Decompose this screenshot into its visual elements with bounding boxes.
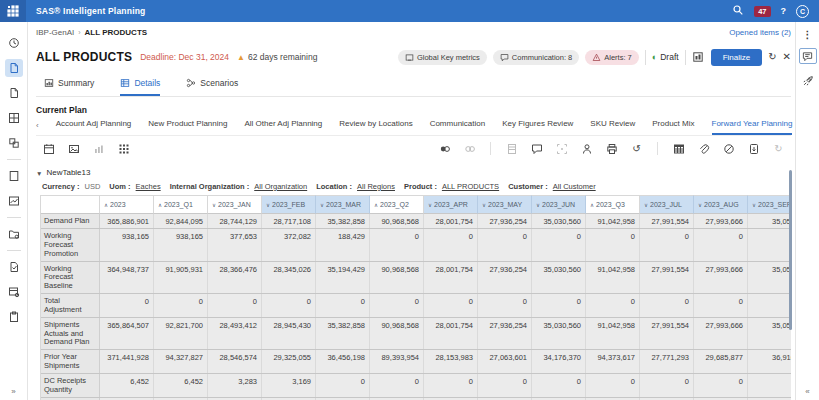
- grid-cell[interactable]: 28,001,754: [424, 262, 478, 294]
- column-header-2023_feb[interactable]: ∨2023_FEB: [262, 195, 316, 214]
- grid-cell[interactable]: 89,393,954: [370, 350, 424, 373]
- undo-icon[interactable]: ↺: [630, 142, 643, 155]
- grid-cell[interactable]: 27,936,254: [478, 214, 532, 228]
- grid-cell[interactable]: 0: [694, 374, 748, 397]
- filter-value[interactable]: All Organization: [254, 182, 307, 191]
- table-view-icon[interactable]: [672, 142, 685, 155]
- grid-cell[interactable]: 28,366,476: [208, 262, 262, 294]
- grid-cell[interactable]: 0: [694, 229, 748, 261]
- grid-cell[interactable]: 91,905,931: [154, 262, 208, 294]
- subtab-product-mix[interactable]: Product Mix: [652, 115, 694, 135]
- grid-cell[interactable]: 94,327,827: [154, 350, 208, 373]
- sidebar-item-page[interactable]: [5, 167, 23, 185]
- grid-cell[interactable]: 0: [640, 374, 694, 397]
- tab-details[interactable]: Details: [120, 78, 160, 96]
- bar-chart-icon[interactable]: [92, 142, 105, 155]
- grid-cell[interactable]: 0: [316, 294, 370, 317]
- person-icon[interactable]: [580, 142, 593, 155]
- grid-cell[interactable]: [748, 229, 791, 261]
- grid-cell[interactable]: 0: [586, 294, 640, 317]
- user-avatar-icon[interactable]: C: [796, 5, 809, 18]
- grid-cell[interactable]: 28,744,129: [208, 214, 262, 228]
- grid-cell[interactable]: 28,001,754: [424, 318, 478, 350]
- sidebar-item-objects[interactable]: [5, 134, 23, 152]
- app-launcher-icon[interactable]: [0, 0, 26, 22]
- grid-cell[interactable]: 27,991,554: [640, 262, 694, 294]
- export-data-icon[interactable]: [747, 142, 760, 155]
- sidebar-item-document[interactable]: [5, 84, 23, 102]
- grid-cell[interactable]: 94,373,617: [586, 350, 640, 373]
- grid-cell[interactable]: 372,082: [262, 229, 316, 261]
- subtabs-scroll-left-icon[interactable]: ‹: [36, 121, 39, 130]
- finalize-button[interactable]: Finalize: [711, 49, 763, 66]
- column-header-2023[interactable]: ∧2023: [100, 195, 154, 214]
- filter-value[interactable]: All Customer: [553, 182, 596, 191]
- grid-cell[interactable]: 0: [640, 229, 694, 261]
- column-header-2023_q3[interactable]: ∧2023_Q3: [586, 195, 640, 214]
- column-header-2023_jun[interactable]: ∨2023_JUN: [532, 195, 586, 214]
- grid-cell[interactable]: 365,864,507: [100, 318, 154, 350]
- filter-value[interactable]: Eaches: [136, 182, 161, 191]
- grid-cell[interactable]: 27,991,554: [640, 214, 694, 228]
- grid-cell[interactable]: 36,456,198: [316, 350, 370, 373]
- column-header-2023_jul[interactable]: ∨2023_JUL: [640, 195, 694, 214]
- column-header-2023_mar[interactable]: ∨2023_MAR: [316, 195, 370, 214]
- vertical-scrollbar[interactable]: [789, 170, 792, 330]
- grid-cell[interactable]: 0: [424, 294, 478, 317]
- print-icon[interactable]: [605, 142, 618, 155]
- grid-cell[interactable]: 90,968,568: [370, 214, 424, 228]
- grid-cell[interactable]: 27,936,254: [478, 318, 532, 350]
- column-grid-icon[interactable]: [117, 142, 130, 155]
- grid-cell[interactable]: 3,283: [208, 374, 262, 397]
- subtab-forward-year-planning[interactable]: Forward Year Planning: [712, 115, 793, 135]
- calculator-icon[interactable]: [505, 142, 518, 155]
- grid-cell[interactable]: 6,452: [154, 374, 208, 397]
- grid-cell[interactable]: 35,057,: [748, 318, 791, 350]
- grid-cell[interactable]: 3,169: [262, 374, 316, 397]
- refresh-header-icon[interactable]: ↻: [768, 52, 776, 62]
- grid-cell[interactable]: 27,993,666: [694, 214, 748, 228]
- column-header-2023_may[interactable]: ∨2023_MAY: [478, 195, 532, 214]
- sidebar-item-data-grid[interactable]: [5, 109, 23, 127]
- grid-cell[interactable]: 28,001,754: [424, 214, 478, 228]
- filter-value[interactable]: ALL PRODUCTS: [442, 182, 499, 191]
- grid-cell[interactable]: 29,685,877: [694, 350, 748, 373]
- grid-cell[interactable]: 27,993,666: [694, 318, 748, 350]
- grid-cell[interactable]: [748, 294, 791, 317]
- grid-cell[interactable]: 0: [424, 374, 478, 397]
- subtab-all-other-adj-planning[interactable]: All Other Adj Planning: [244, 115, 322, 135]
- history-clock-icon[interactable]: [5, 34, 23, 52]
- table-name[interactable]: NewTable13: [46, 168, 90, 177]
- grid-cell[interactable]: 27,771,293: [640, 350, 694, 373]
- grid-cell[interactable]: 35,382,858: [316, 318, 370, 350]
- close-icon[interactable]: ✕: [783, 52, 791, 62]
- grid-cell[interactable]: 365,886,901: [100, 214, 154, 228]
- column-header-2023_q1[interactable]: ∧2023_Q1: [154, 195, 208, 214]
- calendar-icon[interactable]: [42, 142, 55, 155]
- image-icon[interactable]: [67, 142, 80, 155]
- grid-cell[interactable]: 27,063,601: [478, 350, 532, 373]
- grid-cell[interactable]: 36,916,: [748, 350, 791, 373]
- grid-cell[interactable]: 0: [586, 374, 640, 397]
- grid-cell[interactable]: 92,844,095: [154, 214, 208, 228]
- column-header-2023_jan[interactable]: ∨2023_JAN: [208, 195, 262, 214]
- sidebar-item-clipboard[interactable]: [5, 308, 23, 326]
- subtab-review-by-locations[interactable]: Review by Locations: [339, 115, 412, 135]
- refresh-icon[interactable]: ↻: [772, 142, 785, 155]
- panel-collapse-icon[interactable]: «: [805, 387, 809, 396]
- help-icon[interactable]: ?: [781, 6, 787, 16]
- grid-cell[interactable]: 364,948,737: [100, 262, 154, 294]
- grid-cell[interactable]: 188,429: [316, 229, 370, 261]
- grid-cell[interactable]: 0: [586, 229, 640, 261]
- grid-cell[interactable]: 0: [478, 374, 532, 397]
- grid-cell[interactable]: 0: [100, 294, 154, 317]
- tab-scenarios[interactable]: Scenarios: [186, 78, 238, 96]
- subtab-new-product-planning[interactable]: New Product Planning: [148, 115, 227, 135]
- grid-cell[interactable]: 938,165: [100, 229, 154, 261]
- grid-cell[interactable]: 0: [532, 294, 586, 317]
- report-icon[interactable]: [692, 51, 705, 64]
- grid-cell[interactable]: 0: [208, 294, 262, 317]
- grid-cell[interactable]: 91,042,958: [586, 262, 640, 294]
- subtab-communication[interactable]: Communication: [430, 115, 486, 135]
- comments-panel-icon[interactable]: [799, 48, 817, 64]
